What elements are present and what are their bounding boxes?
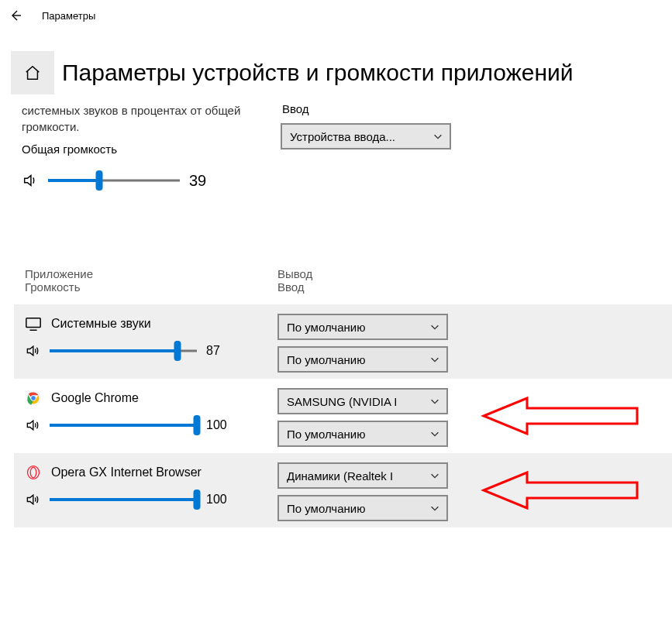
app-volume-slider[interactable] — [50, 416, 197, 435]
app-volume-value: 100 — [206, 493, 231, 507]
monitor-icon — [25, 315, 42, 332]
app-volume-value: 87 — [206, 344, 231, 358]
dropdown-value: Динамики (Realtek I — [287, 469, 393, 483]
app-name: Opera GX Internet Browser — [51, 466, 202, 479]
app-output-dropdown[interactable]: SAMSUNG (NVIDIA I — [277, 388, 448, 414]
list-header: Приложение Громкость Вывод Ввод — [14, 267, 672, 304]
app-volume-slider[interactable] — [50, 490, 197, 509]
svg-marker-6 — [484, 398, 637, 434]
annotation-arrow-icon — [479, 469, 642, 511]
master-volume-slider[interactable] — [48, 171, 180, 190]
app-output-dropdown[interactable]: Динамики (Realtek I — [277, 462, 448, 489]
dropdown-value: SAMSUNG (NVIDIA I — [287, 395, 398, 408]
app-name: Google Chrome — [51, 391, 139, 405]
app-input-dropdown[interactable]: По умолчанию — [277, 421, 448, 447]
dropdown-value: По умолчанию — [287, 502, 365, 515]
dropdown-value: Устройства ввода... — [290, 130, 395, 143]
header-volume: Громкость — [25, 280, 277, 294]
app-volume-value: 100 — [206, 418, 231, 432]
window-title: Параметры — [42, 10, 95, 22]
svg-point-8 — [30, 467, 36, 477]
header-output: Вывод — [277, 267, 312, 280]
home-icon — [24, 64, 41, 81]
chevron-down-icon — [429, 396, 440, 407]
header-app: Приложение — [25, 267, 277, 280]
annotation-arrow-icon — [479, 395, 642, 437]
back-button[interactable] — [9, 9, 22, 22]
input-section-label: Ввод — [282, 102, 459, 115]
app-input-dropdown[interactable]: По умолчанию — [277, 495, 448, 521]
speaker-icon[interactable] — [25, 417, 40, 433]
speaker-icon[interactable] — [22, 172, 39, 189]
master-volume-label: Общая громкость — [22, 143, 262, 156]
chevron-down-icon — [429, 470, 440, 481]
app-output-dropdown[interactable]: По умолчанию — [277, 314, 448, 340]
header-input: Ввод — [277, 280, 312, 294]
dropdown-value: По умолчанию — [287, 353, 365, 366]
chevron-down-icon — [432, 131, 443, 142]
app-row: Opera GX Internet Browser100Динамики (Re… — [14, 453, 672, 527]
app-row: Системные звуки87По умолчаниюПо умолчани… — [14, 304, 672, 379]
dropdown-value: По умолчанию — [287, 428, 365, 441]
input-device-dropdown[interactable]: Устройства ввода... — [281, 123, 451, 149]
svg-rect-1 — [26, 318, 40, 328]
svg-marker-9 — [484, 472, 637, 508]
chevron-down-icon — [429, 321, 440, 332]
chevron-down-icon — [429, 428, 440, 439]
speaker-icon[interactable] — [25, 343, 40, 359]
master-volume-value: 39 — [189, 172, 214, 190]
speaker-icon[interactable] — [25, 492, 40, 507]
chrome-icon — [25, 390, 42, 407]
svg-point-7 — [28, 466, 40, 479]
app-name: Системные звуки — [51, 317, 151, 331]
chevron-down-icon — [429, 503, 440, 514]
chevron-down-icon — [429, 354, 440, 365]
app-volume-slider[interactable] — [50, 342, 197, 360]
app-input-dropdown[interactable]: По умолчанию — [277, 346, 448, 373]
home-button[interactable] — [11, 51, 54, 94]
description-text: системных звуков в процентах от общей гр… — [22, 102, 262, 135]
page-title: Параметры устройств и громкости приложен… — [62, 60, 574, 86]
arrow-left-icon — [9, 9, 22, 22]
app-row: Google Chrome100SAMSUNG (NVIDIA IПо умол… — [14, 379, 672, 453]
opera-icon — [25, 464, 42, 481]
dropdown-value: По умолчанию — [287, 321, 365, 334]
